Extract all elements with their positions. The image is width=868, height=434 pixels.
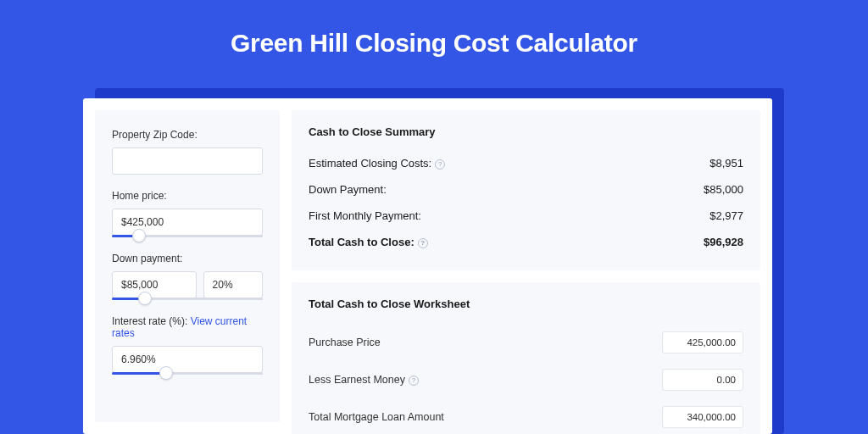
worksheet-row-label: Purchase Price [309,337,381,348]
input-panel: Property Zip Code: Home price: Down paym… [95,110,280,422]
interest-rate-label-row: Interest rate (%): View current rates [112,315,263,339]
down-payment-slider-thumb[interactable] [138,292,152,305]
interest-rate-label: Interest rate (%): [112,315,191,327]
calculator-card: Property Zip Code: Home price: Down paym… [83,98,772,434]
summary-row-label: First Monthly Payment: [309,209,421,222]
home-price-slider[interactable] [112,235,263,237]
worksheet-row-value[interactable]: 0.00 [662,369,743,391]
interest-rate-group [112,346,263,375]
home-price-group [112,209,263,237]
worksheet-panel: Total Cash to Close Worksheet Purchase P… [292,282,760,434]
home-price-label: Home price: [112,190,263,202]
help-icon[interactable]: ? [418,238,428,248]
results-column: Cash to Close Summary Estimated Closing … [292,110,760,422]
zip-label: Property Zip Code: [112,129,263,141]
home-price-slider-thumb[interactable] [132,229,146,242]
worksheet-row-label: Total Mortgage Loan Amount [309,411,444,423]
summary-row-value: $8,951 [709,157,743,170]
down-payment-label: Down payment: [112,253,263,264]
worksheet-row: Purchase Price425,000.00 [309,324,743,361]
zip-input[interactable] [112,147,263,175]
down-payment-input[interactable] [112,271,197,298]
worksheet-row-label: Less Earnest Money? [309,374,419,386]
summary-row-value: $96,928 [704,236,743,248]
summary-row-label: Estimated Closing Costs:? [309,157,445,170]
worksheet-row: Less Earnest Money?0.00 [309,361,743,398]
worksheet-row-value[interactable]: 425,000.00 [662,331,743,353]
summary-row: Down Payment:$85,000 [309,176,743,203]
down-payment-pct-input[interactable] [203,271,263,298]
help-icon[interactable]: ? [435,159,445,170]
interest-rate-slider[interactable] [112,372,263,375]
summary-row-value: $85,000 [704,183,743,196]
interest-rate-input[interactable] [112,346,263,373]
worksheet-heading: Total Cash to Close Worksheet [309,298,743,310]
summary-row: First Monthly Payment:$2,977 [309,203,743,229]
interest-rate-slider-thumb[interactable] [159,366,173,380]
summary-row-value: $2,977 [709,209,743,222]
interest-rate-slider-fill [112,372,166,375]
zip-field-group: Property Zip Code: [112,129,263,175]
help-icon[interactable]: ? [409,376,419,386]
down-payment-group [112,271,263,300]
summary-row-label: Total Cash to Close:? [309,236,428,248]
summary-panel: Cash to Close Summary Estimated Closing … [292,110,760,270]
summary-row-label: Down Payment: [309,183,387,196]
worksheet-row: Total Mortgage Loan Amount340,000.00 [309,398,743,434]
page-title: Green Hill Closing Cost Calculator [0,0,868,80]
summary-row: Estimated Closing Costs:?$8,951 [309,150,743,176]
summary-row: Total Cash to Close:?$96,928 [309,229,743,255]
summary-heading: Cash to Close Summary [309,125,743,138]
worksheet-row-value[interactable]: 340,000.00 [662,406,743,428]
down-payment-slider[interactable] [112,298,263,300]
